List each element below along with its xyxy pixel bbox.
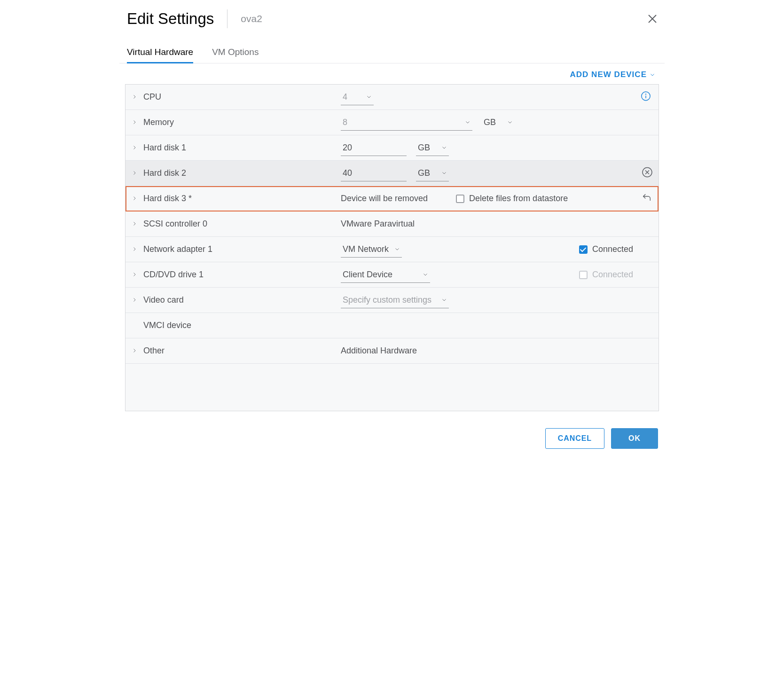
row-hard-disk-1: Hard disk 1 20 GB: [125, 135, 659, 161]
network-value: VM Network: [343, 244, 389, 254]
hd1-size-input[interactable]: 20: [341, 140, 407, 156]
row-cd-dvd-drive-1: CD/DVD drive 1 Client Device Connected: [125, 262, 659, 288]
tab-vm-options[interactable]: VM Options: [212, 42, 259, 63]
checkbox-box: [579, 271, 588, 279]
chevron-down-icon: [394, 244, 400, 254]
dialog-subtitle: ova2: [241, 13, 262, 24]
hd2-unit-select[interactable]: GB: [416, 165, 449, 181]
title-separator: [227, 9, 227, 28]
row-other: Other Additional Hardware: [125, 338, 659, 364]
row-scsi-controller-0: SCSI controller 0 VMware Paravirtual: [125, 211, 659, 237]
checkbox-box: [579, 245, 588, 254]
network-connected-label: Connected: [592, 244, 633, 254]
remove-hd2-icon[interactable]: [642, 166, 653, 180]
expand-hd3[interactable]: [132, 194, 137, 203]
scsi-value: VMware Paravirtual: [341, 219, 415, 229]
label-vmci: VMCI device: [143, 321, 341, 330]
chevron-down-icon: [441, 143, 447, 153]
hd2-unit: GB: [418, 168, 430, 178]
cd-select[interactable]: Client Device: [341, 267, 430, 283]
cd-connected-checkbox: Connected: [579, 270, 633, 280]
label-other: Other: [143, 346, 341, 356]
expand-memory[interactable]: [132, 117, 137, 127]
row-network-adapter-1: Network adapter 1 VM Network Connected: [125, 237, 659, 262]
hd1-value: 20: [343, 143, 352, 153]
label-cpu: CPU: [143, 92, 341, 102]
action-bar: ADD NEW DEVICE: [119, 63, 665, 84]
ok-button[interactable]: OK: [611, 428, 658, 449]
video-value: Specify custom settings: [343, 295, 431, 305]
memory-input[interactable]: 8: [341, 115, 472, 131]
add-new-device-button[interactable]: ADD NEW DEVICE: [570, 70, 655, 79]
tabs: Virtual Hardware VM Options: [119, 42, 665, 63]
label-video: Video card: [143, 295, 341, 305]
chevron-down-icon: [366, 92, 372, 102]
hd1-unit: GB: [418, 143, 430, 153]
expand-cpu[interactable]: [132, 92, 137, 102]
memory-value: 8: [343, 117, 347, 127]
expand-video[interactable]: [132, 295, 137, 305]
chevron-down-icon: [507, 117, 513, 127]
network-connected-checkbox[interactable]: Connected: [579, 244, 633, 254]
memory-unit: GB: [484, 117, 496, 127]
label-hd1: Hard disk 1: [143, 143, 341, 153]
chevron-down-icon: [650, 72, 655, 78]
cd-connected-label: Connected: [592, 270, 633, 280]
cpu-value: 4: [343, 92, 347, 102]
expand-cd[interactable]: [132, 270, 137, 280]
hd2-value: 40: [343, 168, 352, 178]
expand-hd2[interactable]: [132, 168, 137, 178]
row-video-card: Video card Specify custom settings: [125, 288, 659, 313]
other-value: Additional Hardware: [341, 346, 417, 356]
info-icon[interactable]: [641, 91, 651, 103]
row-hard-disk-3: Hard disk 3 * Device will be removed Del…: [125, 186, 659, 211]
device-list: Don't select this checkbox! Leave it as …: [125, 84, 659, 411]
undo-remove-icon[interactable]: [642, 192, 652, 205]
video-select[interactable]: Specify custom settings: [341, 292, 449, 308]
close-icon[interactable]: [647, 13, 658, 27]
dialog-title: Edit Settings: [127, 10, 214, 28]
label-hd2: Hard disk 2: [143, 168, 341, 178]
memory-unit-select[interactable]: GB: [482, 115, 515, 131]
hd2-size-input[interactable]: 40: [341, 165, 407, 181]
row-hard-disk-2: Hard disk 2 40 GB: [125, 161, 659, 186]
expand-other[interactable]: [132, 346, 137, 356]
edit-settings-dialog: Edit Settings ova2 Virtual Hardware VM O…: [119, 0, 665, 458]
chevron-down-icon: [423, 270, 428, 280]
cpu-select[interactable]: 4: [341, 89, 374, 105]
cancel-button[interactable]: CANCEL: [545, 428, 604, 449]
delete-files-label: Delete files from datastore: [469, 194, 568, 203]
row-cpu: CPU 4: [125, 85, 659, 110]
dialog-footer: CANCEL OK: [119, 411, 665, 449]
expand-hd1[interactable]: [132, 143, 137, 153]
label-memory: Memory: [143, 117, 341, 127]
row-vmci-device: VMCI device: [125, 313, 659, 338]
dialog-header: Edit Settings ova2: [119, 5, 665, 42]
chevron-down-icon: [465, 117, 470, 127]
delete-files-checkbox[interactable]: Delete files from datastore: [456, 194, 568, 203]
network-select[interactable]: VM Network: [341, 242, 402, 258]
list-spacer: [125, 364, 659, 411]
expand-scsi[interactable]: [132, 219, 137, 229]
checkbox-box: [456, 195, 464, 203]
chevron-down-icon: [441, 295, 447, 305]
expand-network[interactable]: [132, 244, 137, 254]
svg-point-2: [646, 94, 646, 94]
label-scsi: SCSI controller 0: [143, 219, 341, 229]
label-cd: CD/DVD drive 1: [143, 270, 341, 280]
add-new-device-label: ADD NEW DEVICE: [570, 70, 647, 79]
tab-virtual-hardware[interactable]: Virtual Hardware: [127, 42, 193, 63]
hd3-removed-message: Device will be removed: [341, 194, 428, 203]
chevron-down-icon: [441, 168, 447, 178]
hd1-unit-select[interactable]: GB: [416, 140, 449, 156]
row-memory: Memory 8 GB: [125, 110, 659, 135]
label-hd3: Hard disk 3 *: [143, 194, 341, 203]
cd-value: Client Device: [343, 270, 392, 280]
label-network: Network adapter 1: [143, 244, 341, 254]
